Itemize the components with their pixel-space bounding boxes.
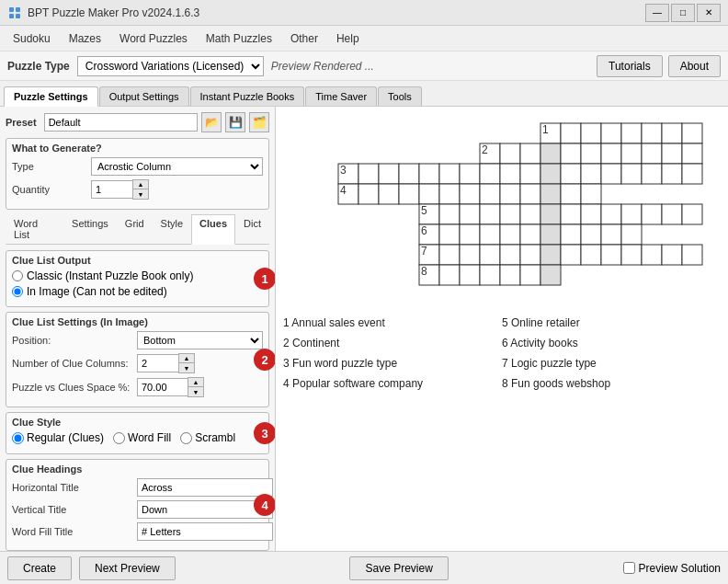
quantity-down-btn[interactable]: ▼ [133,189,148,199]
svg-rect-94 [581,245,601,265]
save-preview-button[interactable]: Save Preview [349,556,448,580]
svg-rect-27 [358,164,379,184]
scramble-label[interactable]: Scrambl [195,431,235,444]
in-image-radio[interactable] [12,286,23,297]
sub-tab-dict[interactable]: Dict [235,214,269,244]
tab-instant-puzzle-books[interactable]: Instant Puzzle Books [190,86,305,106]
clue-list-output-section: Clue List Output Classic (Instant Puzzle… [6,250,269,307]
svg-rect-71 [662,204,682,224]
svg-text:2: 2 [482,143,488,156]
puzzle-clues-space-input[interactable] [137,378,188,396]
svg-rect-95 [601,245,621,265]
sub-tab-word-list[interactable]: Word List [6,214,63,244]
vertical-title-input[interactable] [137,500,273,519]
preview-solution-label[interactable]: Preview Solution [623,562,721,575]
scramble-radio-group: Scrambl [180,431,235,444]
about-button[interactable]: About [668,55,721,77]
svg-rect-37 [561,164,581,184]
regular-clues-label[interactable]: Regular (Clues) [27,431,104,444]
word-fill-label[interactable]: Word Fill [128,431,171,444]
num-clue-cols-input[interactable] [137,354,178,372]
tutorials-button[interactable]: Tutorials [597,55,663,77]
regular-clues-radio[interactable] [12,432,24,444]
svg-rect-3 [16,14,20,18]
sub-tab-grid[interactable]: Grid [117,214,153,244]
puzzle-clues-space-down-btn[interactable]: ▼ [188,387,203,396]
in-image-radio-row: In Image (Can not be edited) [12,285,263,298]
svg-rect-55 [540,184,561,204]
word-fill-title-input[interactable] [137,522,273,541]
puzzle-clues-space-up-btn[interactable]: ▲ [188,378,203,387]
svg-rect-64 [520,204,540,224]
quantity-spinner: ▲ ▼ [91,179,149,200]
vertical-title-row: Vertical Title [12,500,263,519]
tab-time-saver[interactable]: Time Saver [305,86,377,106]
tab-tools[interactable]: Tools [378,86,422,106]
preset-saveas-btn[interactable]: 🗂️ [249,112,269,132]
svg-text:6: 6 [421,224,427,237]
sub-tab-settings[interactable]: Settings [63,214,117,244]
svg-text:4: 4 [340,184,347,197]
clue-list-settings-title: Clue List Settings (In Image) [12,316,263,327]
puzzle-type-select[interactable]: Crossword Variations (Licensed) [77,56,264,76]
type-select[interactable]: Acrostic Column [91,157,263,176]
clue-list-output-title: Clue List Output [12,255,263,266]
menu-other[interactable]: Other [281,29,327,49]
next-preview-button[interactable]: Next Preview [79,556,176,580]
preset-open-btn[interactable]: 📂 [201,112,222,132]
title-bar: BPT Puzzle Maker Pro v2024.1.6.3 — □ ✕ [0,0,728,26]
num-clue-cols-up-btn[interactable]: ▲ [179,354,194,363]
type-row: Type Acrostic Column [12,157,263,176]
menu-help[interactable]: Help [327,29,369,49]
minimize-button[interactable]: — [645,4,669,22]
maximize-button[interactable]: □ [671,4,695,22]
preset-save-btn[interactable]: 💾 [225,112,245,132]
menu-mazes[interactable]: Mazes [60,29,110,49]
svg-rect-91 [520,245,540,265]
num-clue-cols-label: Number of Clue Columns: [12,358,131,369]
create-button[interactable]: Create [7,556,72,580]
tab-puzzle-settings[interactable]: Puzzle Settings [4,86,98,107]
sub-tab-style[interactable]: Style [153,214,191,244]
svg-rect-62 [480,204,500,224]
horizontal-title-input[interactable] [137,478,273,497]
svg-rect-99 [682,245,702,265]
svg-rect-21 [621,143,642,164]
svg-text:1: 1 [542,123,549,136]
scramble-radio[interactable] [180,432,192,444]
clue-style-title: Clue Style [12,417,263,428]
svg-rect-22 [642,143,662,164]
classic-label[interactable]: Classic (Instant Puzzle Book only) [27,269,193,282]
svg-rect-32 [460,164,480,184]
svg-rect-88 [460,245,480,265]
in-image-label[interactable]: In Image (Can not be edited) [27,285,167,298]
position-select[interactable]: Bottom Top Left Right [137,331,263,349]
menu-math-puzzles[interactable]: Math Puzzles [197,29,281,49]
svg-rect-10 [642,123,662,143]
svg-rect-38 [581,164,601,184]
svg-rect-9 [621,123,642,143]
word-fill-radio[interactable] [113,432,125,444]
quantity-up-btn[interactable]: ▲ [133,180,148,189]
close-button[interactable]: ✕ [697,4,721,22]
puzzle-clues-space-row: Puzzle vs Clues Space %: ▲ ▼ [12,377,263,397]
svg-rect-98 [662,245,682,265]
puzzle-clues-space-spinner: ▲ ▼ [137,377,204,397]
classic-radio[interactable] [12,270,23,281]
svg-rect-8 [601,123,621,143]
menu-word-puzzles[interactable]: Word Puzzles [110,29,197,49]
preview-solution-checkbox[interactable] [623,562,635,574]
left-panel: Preset 📂 💾 🗂️ What to Generate? Type Acr… [0,107,276,551]
svg-rect-107 [540,265,561,285]
svg-rect-24 [682,143,702,164]
svg-rect-57 [581,184,601,204]
sub-tab-clues[interactable]: Clues [191,214,235,245]
preset-input[interactable] [44,113,198,132]
num-clue-cols-down-btn[interactable]: ▼ [179,363,194,372]
what-to-generate-title: What to Generate? [12,143,263,154]
svg-rect-33 [480,164,500,184]
menu-sudoku[interactable]: Sudoku [4,29,60,49]
quantity-input[interactable] [91,180,132,199]
svg-rect-104 [480,265,500,285]
tab-output-settings[interactable]: Output Settings [99,86,189,106]
